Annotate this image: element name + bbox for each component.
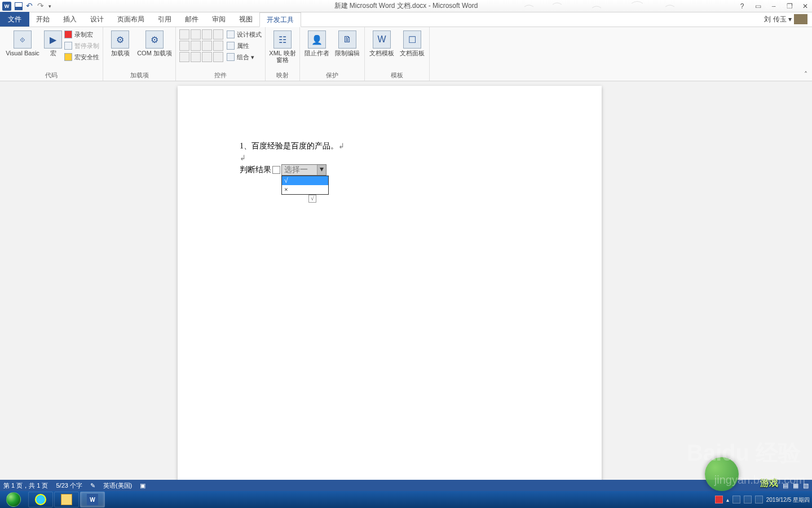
datepicker-control-icon[interactable] (213, 41, 223, 51)
doc-line-2[interactable]: ↲ (240, 152, 345, 164)
undo-icon[interactable] (26, 2, 34, 10)
save-icon[interactable] (15, 2, 23, 10)
ribbon-options-icon[interactable]: ▭ (753, 2, 762, 10)
tray-sogou-icon[interactable] (715, 496, 723, 503)
view-web-layout-icon[interactable]: ▧ (803, 482, 809, 489)
plain-text-control-icon[interactable] (191, 29, 201, 40)
quick-access-toolbar: W ▾ (0, 2, 51, 11)
record-macro-button[interactable]: 录制宏 (64, 29, 99, 40)
taskbar-explorer[interactable] (54, 492, 79, 507)
macros-icon: ▶ (44, 30, 62, 49)
group-button[interactable]: 组合 ▾ (227, 52, 262, 62)
legacy-tools-icon[interactable] (191, 52, 201, 62)
dropdown-list: √ × (281, 176, 329, 195)
group-addins: ⚙加载项 ⚙COM 加载项 加载项 (103, 27, 176, 81)
restrict-editing-icon: 🗎 (338, 30, 356, 49)
document-template-button[interactable]: W文档模板 (368, 28, 395, 56)
doc-line-1[interactable]: 1、百度经验是百度的产品。↲ (240, 140, 345, 152)
pause-recording-button[interactable]: 暂停录制 (64, 41, 99, 51)
paragraph-mark-icon: ↲ (240, 154, 246, 162)
addins-icon: ⚙ (111, 30, 129, 49)
content-control-icon[interactable] (272, 166, 280, 174)
collapse-ribbon-icon[interactable]: ˄ (804, 71, 807, 78)
dropdown-content-control[interactable]: 选择一项。▾ √ × (281, 164, 326, 176)
group-template: W文档模板 ☐文档面板 模板 (365, 27, 430, 81)
tab-developer[interactable]: 开发工具 (259, 12, 301, 27)
design-mode-button[interactable]: 设计模式 (227, 29, 262, 40)
judge-row: 判断结果 选择一项。▾ √ × √ (240, 164, 345, 176)
status-macro-icon[interactable]: ▣ (140, 482, 145, 489)
controls-gallery[interactable] (179, 28, 223, 62)
group-icon (227, 53, 235, 61)
document-page[interactable]: 1、百度经验是百度的产品。↲ ↲ 判断结果 选择一项。▾ √ × √ (178, 86, 602, 491)
pause-icon (64, 42, 72, 50)
repeating-control-icon[interactable] (179, 52, 189, 62)
qat-customize-icon[interactable]: ▾ (48, 3, 51, 9)
dropdown-option-cross[interactable]: × (282, 185, 328, 194)
tab-mailings[interactable]: 邮件 (178, 12, 205, 27)
status-proofing-icon[interactable]: ✎ (90, 482, 95, 489)
word-icon[interactable]: W (2, 2, 11, 11)
tray-network-icon[interactable] (744, 496, 752, 503)
status-page[interactable]: 第 1 页，共 1 页 (3, 481, 48, 490)
tab-file[interactable]: 文件 (0, 12, 29, 27)
tooltip-box: √ (308, 195, 316, 203)
com-addins-icon: ⚙ (145, 30, 164, 49)
tab-insert[interactable]: 插入 (56, 12, 83, 27)
tab-layout[interactable]: 页面布局 (111, 12, 151, 27)
folder-icon (61, 494, 72, 505)
tab-design[interactable]: 设计 (83, 12, 111, 27)
avatar (794, 14, 807, 24)
properties-button[interactable]: 属性 (227, 41, 262, 51)
combobox-control-icon[interactable] (191, 41, 201, 51)
tab-view[interactable]: 视图 (232, 12, 259, 27)
group-controls: 设计模式 属性 组合 ▾ 控件 (176, 27, 266, 81)
macro-security-button[interactable]: 宏安全性 (64, 52, 99, 62)
taskbar-word[interactable]: W (80, 492, 105, 507)
checkbox-control-icon[interactable] (179, 41, 189, 51)
building-block-control-icon[interactable] (213, 29, 223, 40)
block-authors-button[interactable]: 👤阻止作者 (303, 28, 330, 56)
rich-text-control-icon[interactable] (179, 29, 189, 40)
com-addins-button[interactable]: ⚙COM 加载项 (137, 28, 172, 56)
tray-clock[interactable]: 2019/12/5 星期四 (766, 497, 810, 503)
tab-home[interactable]: 开始 (29, 12, 56, 27)
tab-references[interactable]: 引用 (151, 12, 178, 27)
visual-basic-button[interactable]: ⟐Visual Basic (3, 28, 42, 56)
group-mapping: ☷XML 映射窗格 映射 (266, 27, 300, 81)
view-read-mode-icon[interactable]: ▦ (793, 482, 798, 489)
paragraph-mark-icon: ↲ (338, 142, 345, 150)
tray-volume-icon[interactable] (755, 496, 763, 503)
taskbar-ie[interactable] (28, 492, 53, 507)
tray-icon-1[interactable] (732, 496, 740, 503)
judge-label: 判断结果 (240, 164, 271, 176)
record-icon (64, 30, 72, 38)
status-words[interactable]: 5/23 个字 (56, 481, 82, 490)
redo-icon[interactable] (37, 2, 45, 10)
close-icon[interactable]: ✕ (801, 2, 810, 10)
workspace[interactable]: 1、百度经验是百度的产品。↲ ↲ 判断结果 选择一项。▾ √ × √ (0, 81, 812, 491)
game-label: 游戏 (760, 478, 778, 489)
word-taskbar-icon: W (87, 494, 98, 505)
restrict-editing-button[interactable]: 🗎限制编辑 (334, 28, 361, 56)
picture-control-icon[interactable] (202, 29, 212, 40)
dropdown-option-check[interactable]: √ (282, 176, 328, 185)
tray-arrow-icon[interactable]: ▴ (726, 497, 729, 503)
document-panel-button[interactable]: ☐文档面板 (399, 28, 426, 56)
watermark-xia: xiayx.com (765, 3, 793, 478)
tab-review[interactable]: 审阅 (205, 12, 232, 27)
dropdown-control-icon[interactable] (202, 41, 212, 51)
start-button[interactable] (0, 491, 27, 508)
window-title: 新建 Microsoft Word 文档.docx - Microsoft Wo… (334, 1, 478, 11)
dropdown-button-icon[interactable]: ▾ (317, 165, 326, 175)
addins-button[interactable]: ⚙加载项 (107, 28, 134, 56)
doc-template-icon: W (373, 30, 391, 49)
block-authors-icon: 👤 (308, 30, 326, 49)
status-language[interactable]: 英语(美国) (103, 481, 132, 490)
ribbon: ⟐Visual Basic ▶宏 录制宏 暂停录制 宏安全性 代码 ⚙加载项 ⚙… (0, 27, 812, 81)
help-icon[interactable]: ? (738, 2, 747, 10)
xml-mapping-button[interactable]: ☷XML 映射窗格 (269, 28, 296, 63)
view-print-layout-icon[interactable]: ▤ (783, 482, 788, 489)
macros-button[interactable]: ▶宏 (45, 28, 61, 56)
corner-widget: 游戏 (688, 457, 756, 491)
